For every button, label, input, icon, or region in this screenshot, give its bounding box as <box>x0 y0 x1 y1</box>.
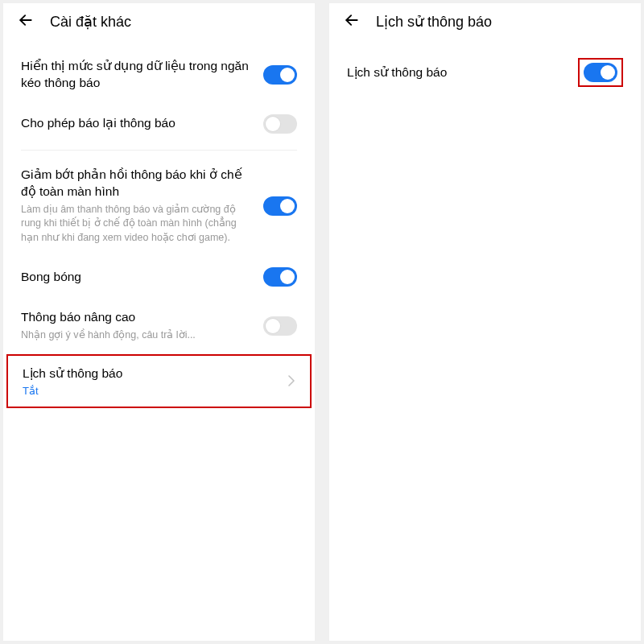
header: Cài đặt khác <box>3 3 315 39</box>
highlight-toggle <box>578 58 623 87</box>
toggle-notification-history[interactable] <box>584 63 617 82</box>
divider <box>21 150 297 151</box>
chevron-right-icon <box>287 374 295 387</box>
row-title: Hiển thị mức sử dụng dữ liệu trong ngăn … <box>21 58 252 92</box>
row-subtitle: Nhận gợi ý về hành động, câu trả lời... <box>21 328 252 343</box>
settings-list: Hiển thị mức sử dụng dữ liệu trong ngăn … <box>3 39 315 408</box>
row-title: Cho phép báo lại thông báo <box>21 115 252 132</box>
toggle-enhanced-notifications[interactable] <box>263 316 297 336</box>
row-data-usage[interactable]: Hiển thị mức sử dụng dữ liệu trong ngăn … <box>3 47 315 103</box>
row-subtitle: Làm dịu âm thanh thông báo và giảm cường… <box>21 203 252 246</box>
toggle-fullscreen-feedback[interactable] <box>263 196 297 216</box>
arrow-left-icon <box>18 12 34 31</box>
row-enhanced-notifications[interactable]: Thông báo nâng cao Nhận gợi ý về hành độ… <box>3 298 315 353</box>
row-title: Giảm bớt phản hồi thông báo khi ở chế độ… <box>21 167 252 200</box>
settings-list: Lịch sử thông báo <box>329 39 641 98</box>
page-title: Lịch sử thông báo <box>376 13 492 31</box>
back-button[interactable] <box>18 14 34 30</box>
back-button[interactable] <box>344 14 360 30</box>
row-title: Bong bóng <box>21 269 252 286</box>
screen-other-settings: Cài đặt khác Hiển thị mức sử dụng dữ liệ… <box>3 3 315 641</box>
row-fullscreen-feedback[interactable]: Giảm bớt phản hồi thông báo khi ở chế độ… <box>3 155 315 256</box>
screen-notification-history: Lịch sử thông báo Lịch sử thông báo <box>329 3 641 641</box>
toggle-data-usage[interactable] <box>263 65 297 85</box>
row-notification-history[interactable]: Lịch sử thông báo Tắt <box>8 356 310 407</box>
row-notification-history-toggle[interactable]: Lịch sử thông báo <box>329 47 641 98</box>
highlight-notification-history: Lịch sử thông báo Tắt <box>6 354 312 408</box>
row-snooze[interactable]: Cho phép báo lại thông báo <box>3 103 315 145</box>
row-title: Thông báo nâng cao <box>21 309 252 326</box>
row-bubbles[interactable]: Bong bóng <box>3 256 315 298</box>
arrow-left-icon <box>344 12 360 31</box>
header: Lịch sử thông báo <box>329 3 641 39</box>
toggle-snooze[interactable] <box>263 114 297 134</box>
row-title: Lịch sử thông báo <box>347 64 567 81</box>
toggle-bubbles[interactable] <box>263 267 297 287</box>
row-title: Lịch sử thông báo <box>23 365 276 382</box>
page-title: Cài đặt khác <box>50 13 131 31</box>
row-status: Tắt <box>23 385 276 397</box>
